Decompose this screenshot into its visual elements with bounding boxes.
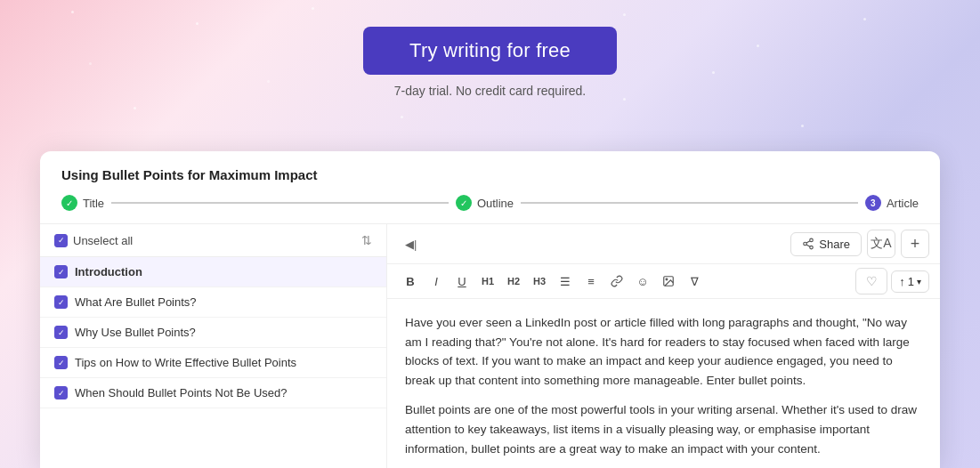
progress-steps: ✓ Title ✓ Outline 3 Article xyxy=(61,195,919,223)
ol-icon: ≡ xyxy=(587,275,595,288)
h1-button[interactable]: H1 xyxy=(475,269,500,294)
step-title-label: Title xyxy=(83,197,104,210)
unselect-all-button[interactable]: ✓ Unselect all xyxy=(54,234,133,247)
share-label: Share xyxy=(819,238,850,251)
svg-point-2 xyxy=(810,246,814,249)
image-button[interactable] xyxy=(656,269,681,294)
step-article-num: 3 xyxy=(865,195,881,211)
item-checkbox[interactable]: ✓ xyxy=(54,326,68,339)
paragraph-2: Bullet points are one of the most powerf… xyxy=(405,400,922,458)
step-title-check: ✓ xyxy=(61,195,77,211)
step-article-label: Article xyxy=(887,197,919,210)
unselect-all-label: Unselect all xyxy=(73,234,133,247)
sidebar: ✓ Unselect all ⇅ ✓ Introduction ✓ What A… xyxy=(40,224,387,468)
more-format-button[interactable]: ∇ xyxy=(682,269,707,294)
step-line-1 xyxy=(111,202,449,204)
up-arrow-icon: ↑ xyxy=(899,275,905,288)
svg-point-1 xyxy=(804,242,807,246)
emoji-icon: ☺ xyxy=(636,275,648,288)
h3-icon: H3 xyxy=(533,276,546,286)
format-buttons-left: B I U H1 H2 H3 ☰ ≡ ☺ xyxy=(398,269,707,294)
card-header: Using Bullet Points for Maximum Impact ✓… xyxy=(40,151,940,224)
translate-button[interactable]: 文A xyxy=(867,230,895,258)
step-outline: ✓ Outline xyxy=(456,195,514,211)
card-body: ✓ Unselect all ⇅ ✓ Introduction ✓ What A… xyxy=(40,224,940,468)
step-outline-label: Outline xyxy=(477,197,514,210)
step-outline-check: ✓ xyxy=(456,195,472,211)
heart-icon: ♡ xyxy=(866,274,878,288)
unordered-list-button[interactable]: ☰ xyxy=(553,269,578,294)
bold-button[interactable]: B xyxy=(398,269,423,294)
svg-line-4 xyxy=(806,241,810,243)
item-label: When Should Bullet Points Not Be Used? xyxy=(75,386,287,399)
favorite-button[interactable]: ♡ xyxy=(855,268,887,295)
share-icon xyxy=(802,238,814,250)
translate-icon: 文A xyxy=(871,236,891,252)
step-line-2 xyxy=(521,202,858,204)
share-button[interactable]: Share xyxy=(790,232,862,256)
italic-button[interactable]: I xyxy=(424,269,449,294)
image-icon xyxy=(662,275,675,287)
paragraph-1: Have you ever seen a LinkedIn post or ar… xyxy=(405,313,922,390)
item-label: Tips on How to Write Effective Bullet Po… xyxy=(75,356,296,369)
list-item[interactable]: ✓ What Are Bullet Points? xyxy=(40,287,386,318)
item-checkbox[interactable]: ✓ xyxy=(54,295,68,309)
link-icon xyxy=(611,275,623,287)
item-label: Why Use Bullet Points? xyxy=(75,326,196,339)
cta-section: Try writing for free 7-day trial. No cre… xyxy=(0,0,980,98)
editor-top-toolbar: ◀| Share 文A + xyxy=(387,224,940,264)
editor-format-toolbar: B I U H1 H2 H3 ☰ ≡ ☺ xyxy=(387,264,940,299)
h2-icon: H2 xyxy=(507,276,520,286)
chevron-down-icon: ▾ xyxy=(917,277,921,286)
h2-button[interactable]: H2 xyxy=(501,269,526,294)
version-button[interactable]: ↑ 1 ▾ xyxy=(891,270,929,293)
editor-panel: ◀| Share 文A + xyxy=(387,224,940,468)
step-title: ✓ Title xyxy=(61,195,104,211)
h3-button[interactable]: H3 xyxy=(527,269,552,294)
list-item[interactable]: ✓ When Should Bullet Points Not Be Used? xyxy=(40,378,386,408)
svg-line-3 xyxy=(806,245,810,246)
ul-icon: ☰ xyxy=(560,275,571,288)
more-format-icon: ∇ xyxy=(691,275,699,288)
back-button[interactable]: ◀| xyxy=(398,234,424,254)
underline-icon: U xyxy=(458,275,466,288)
toolbar-left: ◀| xyxy=(398,234,789,254)
sort-icon[interactable]: ⇅ xyxy=(361,233,372,247)
list-item[interactable]: ✓ Why Use Bullet Points? xyxy=(40,318,386,348)
document-title: Using Bullet Points for Maximum Impact xyxy=(61,167,919,182)
h1-icon: H1 xyxy=(482,276,494,286)
try-writing-button[interactable]: Try writing for free xyxy=(363,27,617,75)
item-checkbox[interactable]: ✓ xyxy=(54,265,68,278)
item-label: What Are Bullet Points? xyxy=(75,295,197,309)
item-checkbox[interactable]: ✓ xyxy=(54,386,68,399)
item-checkbox[interactable]: ✓ xyxy=(54,356,68,369)
editor-card: Using Bullet Points for Maximum Impact ✓… xyxy=(40,151,940,468)
editor-content[interactable]: Have you ever seen a LinkedIn post or ar… xyxy=(387,299,940,468)
version-num: 1 xyxy=(908,275,914,288)
svg-point-0 xyxy=(810,238,814,242)
list-item[interactable]: ✓ Introduction xyxy=(40,257,386,287)
svg-point-6 xyxy=(666,278,668,280)
ordered-list-button[interactable]: ≡ xyxy=(579,269,603,294)
cta-subtitle: 7-day trial. No credit card required. xyxy=(394,84,587,98)
underline-button[interactable]: U xyxy=(450,269,474,294)
sidebar-header: ✓ Unselect all ⇅ xyxy=(40,224,386,257)
link-button[interactable] xyxy=(604,269,629,294)
item-label: Introduction xyxy=(75,265,142,278)
step-article: 3 Article xyxy=(865,195,919,211)
format-buttons-right: ♡ ↑ 1 ▾ xyxy=(855,268,929,295)
emoji-button[interactable]: ☺ xyxy=(630,269,655,294)
toolbar-right: Share 文A + xyxy=(790,230,929,258)
bold-icon: B xyxy=(406,275,414,288)
sidebar-list: ✓ Introduction ✓ What Are Bullet Points?… xyxy=(40,257,386,468)
add-button[interactable]: + xyxy=(901,230,929,258)
unselect-checkbox[interactable]: ✓ xyxy=(54,234,68,247)
italic-icon: I xyxy=(434,275,438,288)
add-icon: + xyxy=(911,235,920,254)
list-item[interactable]: ✓ Tips on How to Write Effective Bullet … xyxy=(40,348,386,378)
